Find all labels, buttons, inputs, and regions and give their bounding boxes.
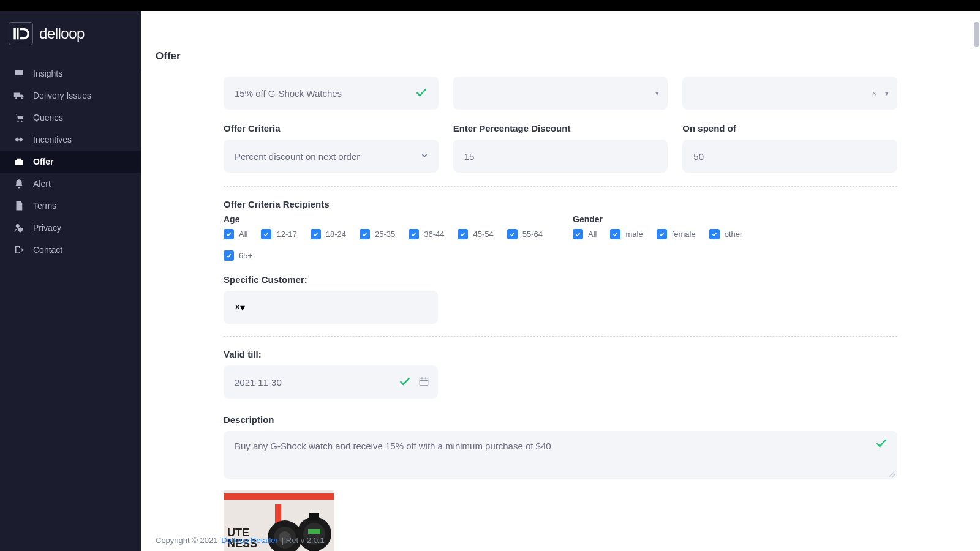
sidebar-item-offer[interactable]: Offer bbox=[0, 151, 141, 173]
checkbox-label: other bbox=[725, 230, 743, 239]
checkbox-icon bbox=[657, 229, 667, 239]
checkbox-icon bbox=[224, 229, 234, 239]
age-option[interactable]: 55-64 bbox=[507, 229, 543, 239]
svg-point-6 bbox=[16, 224, 20, 228]
checkmark-icon bbox=[875, 437, 888, 452]
svg-point-2 bbox=[15, 97, 17, 99]
sidebar: delloop Insights Delivery Issues Queries… bbox=[0, 11, 141, 551]
percent-label: Enter Percentage Discount bbox=[453, 123, 668, 133]
checkbox-icon bbox=[507, 229, 518, 239]
svg-rect-1 bbox=[17, 28, 19, 40]
percent-input[interactable] bbox=[453, 140, 668, 173]
sidebar-item-label: Alert bbox=[33, 179, 51, 189]
chevron-down-icon: ▾ bbox=[240, 302, 245, 313]
age-group: Age All12-1718-2425-3536-4445-5455-6465+ bbox=[224, 214, 548, 261]
gender-option[interactable]: female bbox=[657, 229, 696, 239]
svg-point-3 bbox=[21, 97, 23, 99]
age-option[interactable]: All bbox=[224, 229, 247, 239]
spend-input[interactable] bbox=[682, 140, 897, 173]
main-panel: Offer ▾ bbox=[141, 11, 980, 551]
logo-mark-icon bbox=[9, 22, 33, 45]
checkbox-label: 36-44 bbox=[424, 230, 444, 239]
sidebar-item-label: Contact bbox=[33, 245, 62, 255]
spend-value[interactable] bbox=[693, 151, 886, 162]
checkbox-label: 65+ bbox=[239, 251, 252, 260]
checkbox-icon bbox=[409, 229, 419, 239]
page-title: Offer bbox=[141, 42, 980, 70]
svg-rect-0 bbox=[13, 28, 16, 40]
checkbox-icon bbox=[261, 229, 271, 239]
vertical-scrollbar[interactable] bbox=[974, 22, 979, 47]
sidebar-item-label: Terms bbox=[33, 201, 56, 211]
sidebar-item-alert[interactable]: Alert bbox=[0, 173, 141, 195]
age-option[interactable]: 36-44 bbox=[409, 229, 444, 239]
footer-copy: Copyright © 2021 bbox=[156, 536, 217, 545]
sidebar-item-queries[interactable]: Queries bbox=[0, 107, 141, 129]
offer-criteria-value: Percent discount on next order bbox=[235, 151, 360, 162]
offer-name-text[interactable] bbox=[235, 88, 415, 99]
checkmark-icon bbox=[415, 86, 428, 100]
browser-chrome-strip bbox=[0, 0, 980, 11]
footer-brand[interactable]: Delloop Retailer bbox=[221, 536, 278, 545]
bell-icon bbox=[13, 178, 24, 189]
valid-till-value[interactable] bbox=[235, 377, 427, 388]
description-input[interactable] bbox=[224, 431, 897, 479]
checkmark-icon bbox=[399, 375, 411, 389]
checkbox-icon bbox=[458, 229, 468, 239]
display-icon bbox=[13, 68, 24, 79]
sidebar-item-insights[interactable]: Insights bbox=[0, 62, 141, 84]
sidebar-item-contact[interactable]: Contact bbox=[0, 239, 141, 261]
user-shield-icon bbox=[13, 222, 24, 233]
close-icon[interactable]: × bbox=[235, 302, 240, 313]
exit-icon bbox=[13, 244, 24, 255]
gender-option[interactable]: other bbox=[709, 229, 743, 239]
sidebar-item-label: Delivery Issues bbox=[33, 91, 91, 100]
specific-customer-select[interactable]: × ▾ bbox=[224, 291, 438, 324]
sidebar-item-privacy[interactable]: Privacy bbox=[0, 217, 141, 239]
age-option[interactable]: 12-17 bbox=[261, 229, 296, 239]
sidebar-nav: Insights Delivery Issues Queries Incenti… bbox=[0, 62, 141, 261]
recipients-label: Offer Criteria Recipients bbox=[224, 199, 897, 209]
age-option[interactable]: 65+ bbox=[224, 250, 252, 261]
age-label: Age bbox=[224, 214, 548, 224]
logo-text: delloop bbox=[39, 25, 85, 42]
close-icon[interactable]: × bbox=[872, 89, 876, 98]
handshake-icon bbox=[13, 134, 24, 145]
svg-rect-12 bbox=[224, 493, 334, 500]
gender-group: Gender Allmalefemaleother bbox=[573, 214, 897, 261]
sidebar-item-delivery[interactable]: Delivery Issues bbox=[0, 84, 141, 107]
footer: Copyright © 2021 Delloop Retailer | Ret … bbox=[156, 536, 325, 545]
logo[interactable]: delloop bbox=[0, 11, 141, 56]
specific-customer-label: Specific Customer: bbox=[224, 274, 897, 285]
resize-handle[interactable] bbox=[888, 470, 895, 477]
offer-criteria-select[interactable]: Percent discount on next order bbox=[224, 140, 439, 173]
description-label: Description bbox=[224, 414, 897, 425]
valid-till-label: Valid till: bbox=[224, 349, 438, 359]
checkbox-label: All bbox=[588, 230, 597, 239]
briefcase-icon bbox=[13, 156, 24, 167]
description-text[interactable] bbox=[235, 441, 868, 467]
age-option[interactable]: 18-24 bbox=[311, 229, 346, 239]
gender-option[interactable]: All bbox=[573, 229, 597, 239]
content-scroll[interactable]: ▾ × ▾ Offer Criteria P bbox=[141, 70, 980, 551]
chevron-down-icon: ▾ bbox=[885, 89, 889, 97]
svg-rect-24 bbox=[308, 529, 320, 534]
offer-name-input[interactable] bbox=[224, 77, 439, 110]
calendar-icon[interactable] bbox=[418, 376, 429, 389]
offer-form: ▾ × ▾ Offer Criteria P bbox=[224, 77, 897, 551]
percent-value[interactable] bbox=[464, 151, 657, 162]
document-icon bbox=[13, 200, 24, 211]
age-option[interactable]: 25-35 bbox=[360, 229, 395, 239]
offer-select-2[interactable]: × ▾ bbox=[682, 77, 897, 110]
checkbox-label: 55-64 bbox=[522, 230, 543, 239]
offer-select-1[interactable]: ▾ bbox=[453, 77, 668, 110]
sidebar-item-terms[interactable]: Terms bbox=[0, 195, 141, 217]
age-option[interactable]: 45-54 bbox=[458, 229, 493, 239]
sidebar-item-incentives[interactable]: Incentives bbox=[0, 129, 141, 151]
checkbox-label: female bbox=[672, 230, 696, 239]
valid-till-input[interactable] bbox=[224, 365, 438, 399]
checkbox-icon bbox=[360, 229, 370, 239]
gender-option[interactable]: male bbox=[610, 229, 643, 239]
sidebar-item-label: Privacy bbox=[33, 223, 61, 233]
checkbox-label: 45-54 bbox=[473, 230, 493, 239]
